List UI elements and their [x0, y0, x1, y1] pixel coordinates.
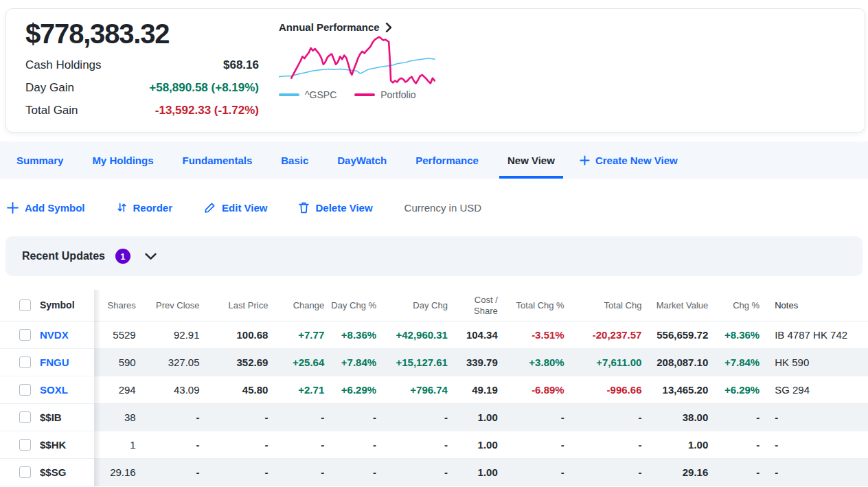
symbol-cell: NVDX — [0, 321, 94, 348]
plus-icon — [580, 155, 590, 166]
cell-day-chg: - — [378, 439, 449, 451]
column-header: Change — [269, 300, 326, 311]
column-header: Total Chg % — [499, 300, 566, 311]
cell-day-chg: +42,960.31 — [378, 329, 449, 341]
summary-row-value: $68.16 — [223, 58, 259, 72]
pencil-icon — [204, 202, 216, 214]
reorder-button[interactable]: Reorder — [117, 202, 173, 214]
currency-indicator: Currency in USD — [404, 202, 482, 214]
symbol-label: $$IB — [40, 411, 62, 423]
cell-day-chg-pct: +7.84% — [326, 356, 378, 368]
symbol-label: $$HK — [40, 439, 66, 451]
annual-performance-title: Annual Performance — [279, 21, 380, 33]
edit-view-button[interactable]: Edit View — [204, 202, 267, 214]
cell-day-chg: - — [378, 466, 449, 478]
trash-icon — [299, 202, 309, 214]
cell-change: - — [269, 466, 326, 478]
create-new-view-button[interactable]: Create New View — [580, 141, 678, 179]
cell-notes: - — [761, 411, 868, 423]
cell-shares: 38 — [94, 411, 137, 423]
cell-total-chg: - — [566, 411, 643, 423]
symbol-link[interactable]: SOXL — [40, 384, 68, 396]
column-header: Notes — [761, 300, 868, 311]
cell-last-price: - — [201, 411, 270, 423]
cell-market-value: 29.16 — [643, 466, 709, 478]
column-header: Total Chg — [566, 300, 643, 311]
cell-shares: 29.16 — [94, 466, 137, 478]
chevron-down-icon[interactable] — [145, 253, 157, 260]
symbol-link[interactable]: NVDX — [40, 329, 69, 341]
select-all-checkbox[interactable] — [19, 299, 31, 311]
summary-row-label: Day Gain — [25, 81, 74, 95]
recent-updates-bar[interactable]: Recent Updates 1 — [5, 236, 863, 276]
delete-view-button[interactable]: Delete View — [299, 202, 372, 214]
plus-icon — [7, 202, 19, 214]
tab-new-view[interactable]: New View — [499, 141, 563, 179]
annual-performance-widget: Annual Performance ^GSPCPortfolio — [279, 21, 445, 100]
cell-total-chg-pct: -6.89% — [499, 384, 566, 396]
cell-change: - — [269, 411, 326, 423]
table-row: SOXL29443.0945.80+2.71+6.29%+796.7449.19… — [0, 376, 868, 404]
view-tabs: SummaryMy HoldingsFundamentalsBasicDayWa… — [0, 141, 868, 179]
symbol-cell: $$HK — [0, 431, 94, 458]
column-header: Day Chg % — [326, 300, 378, 311]
delete-view-label: Delete View — [315, 202, 372, 214]
legend-item: ^GSPC — [279, 89, 336, 100]
edit-view-label: Edit View — [222, 202, 267, 214]
cell-notes: HK 590 — [761, 356, 868, 368]
cell-day-chg-pct: - — [326, 411, 378, 423]
cell-chg-pct: +6.29% — [709, 384, 761, 396]
cell-last-price: 100.68 — [201, 329, 270, 341]
tab-summary[interactable]: Summary — [8, 141, 71, 179]
cell-cost-share: 1.00 — [449, 466, 499, 478]
table-row: $$SG29.16-----1.00--29.16-- — [0, 459, 868, 486]
recent-updates-label: Recent Updates — [22, 250, 105, 262]
cell-market-value: 13,465.20 — [643, 384, 709, 396]
tab-daywatch[interactable]: DayWatch — [329, 141, 395, 179]
column-header: Market Value — [643, 300, 709, 311]
row-checkbox[interactable] — [19, 439, 31, 451]
tab-fundamentals[interactable]: Fundamentals — [174, 141, 261, 179]
annual-performance-link[interactable]: Annual Performance — [279, 21, 445, 33]
row-checkbox[interactable] — [19, 411, 31, 423]
reorder-icon — [117, 202, 127, 213]
cell-day-chg: +796.74 — [378, 384, 449, 396]
column-header: Last Price — [201, 300, 270, 311]
table-header-row: SymbolSharesPrev CloseLast PriceChangeDa… — [0, 290, 868, 321]
cell-notes: - — [761, 466, 868, 478]
table-row: FNGU590327.05352.69+25.64+7.84%+15,127.6… — [0, 349, 868, 376]
legend-label: ^GSPC — [305, 89, 336, 100]
cell-market-value: 556,659.72 — [643, 329, 709, 341]
cell-change: +7.77 — [269, 329, 326, 341]
cell-market-value: 208,087.10 — [643, 356, 709, 368]
add-symbol-label: Add Symbol — [25, 202, 85, 214]
cell-cost-share: 339.79 — [449, 356, 499, 368]
reorder-label: Reorder — [133, 202, 173, 214]
cell-prev-close: - — [137, 466, 201, 478]
cell-prev-close: 43.09 — [137, 384, 201, 396]
cell-prev-close: 327.05 — [137, 356, 201, 368]
row-checkbox[interactable] — [19, 329, 31, 341]
cell-last-price: - — [201, 439, 270, 451]
row-checkbox[interactable] — [19, 356, 31, 368]
tab-my-holdings[interactable]: My Holdings — [84, 141, 161, 179]
add-symbol-button[interactable]: Add Symbol — [7, 202, 85, 214]
row-checkbox[interactable] — [19, 466, 31, 478]
tab-basic[interactable]: Basic — [273, 141, 317, 179]
legend-item: Portfolio — [354, 89, 415, 100]
symbol-link[interactable]: FNGU — [40, 356, 69, 368]
cell-cost-share: 1.00 — [449, 439, 499, 451]
cell-shares: 590 — [94, 356, 137, 368]
summary-row: Cash Holdings$68.16 — [25, 58, 259, 72]
cell-notes: - — [761, 439, 868, 451]
cell-total-chg-pct: +3.80% — [499, 356, 566, 368]
cell-notes: SG 294 — [761, 384, 868, 396]
row-checkbox[interactable] — [19, 384, 31, 396]
chevron-right-icon — [385, 23, 392, 32]
cell-shares: 1 — [94, 439, 137, 451]
tab-performance[interactable]: Performance — [407, 141, 487, 179]
legend-label: Portfolio — [380, 89, 415, 100]
create-new-view-label: Create New View — [595, 155, 678, 166]
cell-total-chg: +7,611.00 — [566, 356, 643, 368]
holdings-table: SymbolSharesPrev CloseLast PriceChangeDa… — [0, 290, 868, 486]
